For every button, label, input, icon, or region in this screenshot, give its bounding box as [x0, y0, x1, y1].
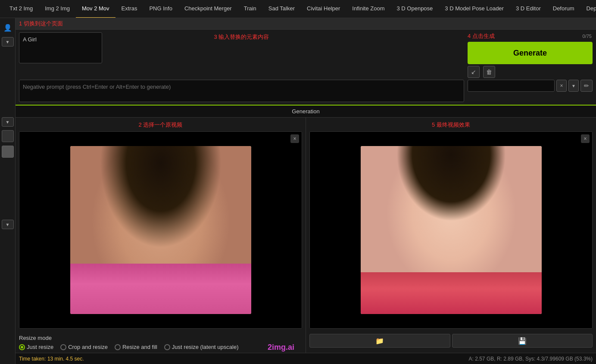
resize-mode-just-resize[interactable]: Just resize — [19, 344, 53, 350]
sidebar: 👤 ▼ ▼ ▼ — [0, 18, 16, 364]
nav-item-mov2mov[interactable]: Mov 2 Mov — [76, 0, 115, 18]
nav-item-dep[interactable]: Dep — [580, 0, 596, 18]
prompt-section: 3 输入替换的元素内容 A Girl 4 点击生成 0/75 Generate … — [16, 30, 596, 105]
image-edit-button[interactable]: ✏ — [580, 80, 593, 92]
status-bar: Time taken: 13 min. 4.5 sec. A: 2.57 GB,… — [16, 353, 596, 364]
nav-item-civitai[interactable]: Civitai Helper — [301, 0, 346, 18]
nav-item-sadtalker[interactable]: Sad Talker — [262, 0, 301, 18]
left-panel-area: 2 选择一个原视频 × — [16, 118, 306, 332]
image-select-input[interactable] — [468, 80, 555, 92]
sidebar-dropdown-1[interactable]: ▼ — [2, 37, 14, 47]
left-image-close-button[interactable]: × — [290, 134, 299, 143]
right-panel-area: 5 最终视频效果 × — [306, 118, 596, 332]
image-dropdown-button[interactable]: ▼ — [568, 80, 579, 92]
time-taken-label: Time taken: — [19, 356, 46, 362]
top-navigation: Txt 2 Img Img 2 Img Mov 2 Mov Extras PNG… — [0, 0, 596, 18]
right-panel-label: 5 最终视频效果 — [309, 121, 593, 129]
nav-item-deforum[interactable]: Deforum — [547, 0, 580, 18]
nav-item-3dopenpose[interactable]: 3 D Openpose — [391, 0, 439, 18]
left-image-inner — [70, 146, 251, 314]
negative-prompt-row: × ▼ ✏ — [19, 80, 593, 102]
left-image-container[interactable]: × — [19, 131, 302, 329]
right-controls-panel: 4 点击生成 0/75 Generate ↙ 🗑 — [468, 32, 593, 78]
sidebar-dropdown-2[interactable]: ▼ — [2, 117, 14, 127]
main-content: 1 切换到这个页面 3 输入替换的元素内容 A Girl 4 点击生成 0/75 — [16, 18, 596, 364]
positive-prompt-input[interactable]: A Girl — [19, 32, 102, 63]
prompt-row: 3 输入替换的元素内容 A Girl 4 点击生成 0/75 Generate … — [19, 32, 593, 78]
nav-item-train[interactable]: Train — [238, 0, 262, 18]
nav-item-3deditor[interactable]: 3 D Editor — [510, 0, 547, 18]
sidebar-color-box — [2, 130, 14, 142]
radio-just-resize-label: Just resize — [27, 344, 53, 350]
negative-prompt-input[interactable] — [19, 80, 464, 102]
bottom-action-buttons: 📁 💾 — [309, 334, 593, 348]
radio-crop-resize-circle — [60, 344, 66, 350]
sidebar-user-icon[interactable]: 👤 — [2, 22, 14, 34]
bottom-right-controls: 📁 💾 — [306, 332, 596, 353]
nav-item-pnginfo[interactable]: PNG Info — [143, 0, 178, 18]
resize-mode-resize-fill[interactable]: Resize and fill — [115, 344, 157, 350]
generation-label: Generation — [292, 108, 319, 115]
sidebar-color-box2 — [2, 146, 14, 158]
nav-item-checkpoint[interactable]: Checkpoint Merger — [178, 0, 238, 18]
right-image-container[interactable]: × — [309, 131, 593, 329]
save-button[interactable]: 💾 — [452, 334, 593, 348]
step1-annotation-bar: 1 切换到这个页面 — [16, 18, 596, 30]
generate-button[interactable]: Generate — [468, 42, 593, 64]
nav-item-txt2img[interactable]: Txt 2 Img — [3, 0, 39, 18]
image-clear-button[interactable]: × — [556, 80, 567, 92]
counter-annotation-row: 4 点击生成 0/75 — [468, 32, 593, 40]
resize-mode-radio-group: Just resize Crop and resize Resize and f… — [19, 344, 302, 350]
right-image-select-panel: × ▼ ✏ — [468, 80, 593, 92]
arrow-icon-button[interactable]: ↙ — [468, 66, 480, 78]
memory-status: A: 2.57 GB, R: 2.89 GB, Sys: 4.3/7.99609… — [469, 356, 593, 362]
positive-annotation: 3 输入替换的元素内容 — [214, 34, 269, 40]
main-layout: 👤 ▼ ▼ ▼ 1 切换到这个页面 3 输入替换的元素内容 A Girl — [0, 18, 596, 364]
radio-just-resize-circle — [19, 344, 25, 350]
nav-item-img2img[interactable]: Img 2 Img — [39, 0, 76, 18]
right-image-display — [310, 132, 592, 328]
action-icons-row: ↙ 🗑 — [468, 66, 593, 78]
resize-mode-crop-resize[interactable]: Crop and resize — [60, 344, 108, 350]
status-time-section: Time taken: 13 min. 4.5 sec. — [19, 355, 84, 362]
radio-crop-resize-label: Crop and resize — [68, 344, 108, 350]
resize-mode-label: Resize mode — [19, 335, 302, 341]
prompt-counter: 0/75 — [583, 34, 593, 39]
folder-open-button[interactable]: 📁 — [309, 334, 450, 348]
left-panel-label: 2 选择一个原视频 — [19, 121, 302, 129]
radio-resize-fill-circle — [115, 344, 121, 350]
nav-item-infinitezoom[interactable]: Infinite Zoom — [346, 0, 390, 18]
nav-item-extras[interactable]: Extras — [115, 0, 144, 18]
resize-mode-latent-upscale[interactable]: Just resize (latent upscale) — [164, 344, 239, 350]
positive-prompt-container: 3 输入替换的元素内容 A Girl — [19, 32, 464, 65]
clothing-right-layer — [361, 272, 542, 314]
right-image-close-button[interactable]: × — [581, 134, 590, 143]
bottom-bar: Resize mode Just resize Crop and resize … — [16, 332, 596, 353]
radio-latent-upscale-circle — [164, 344, 170, 350]
step4-annotation: 4 点击生成 — [468, 32, 495, 40]
nav-item-3dmodelposeloader[interactable]: 3 D Model Pose Loader — [439, 0, 510, 18]
clothing-left-layer — [70, 264, 251, 314]
left-image-display — [19, 132, 302, 328]
right-image-inner — [361, 146, 542, 314]
time-taken-value: 13 min. 4.5 sec. — [47, 356, 84, 362]
sidebar-dropdown-3[interactable]: ▼ — [2, 220, 14, 229]
panels-row: 2 选择一个原视频 × 5 最终视频效果 × — [16, 118, 596, 332]
image-select-row: × ▼ ✏ — [468, 80, 593, 92]
radio-latent-upscale-label: Just resize (latent upscale) — [172, 344, 239, 350]
radio-resize-fill-label: Resize and fill — [122, 344, 157, 350]
bottom-left-controls: Resize mode Just resize Crop and resize … — [16, 332, 306, 353]
generation-bar[interactable]: Generation — [16, 105, 596, 118]
step1-annotation-text: 1 切换到这个页面 — [19, 20, 63, 28]
trash-icon-button[interactable]: 🗑 — [483, 66, 495, 78]
